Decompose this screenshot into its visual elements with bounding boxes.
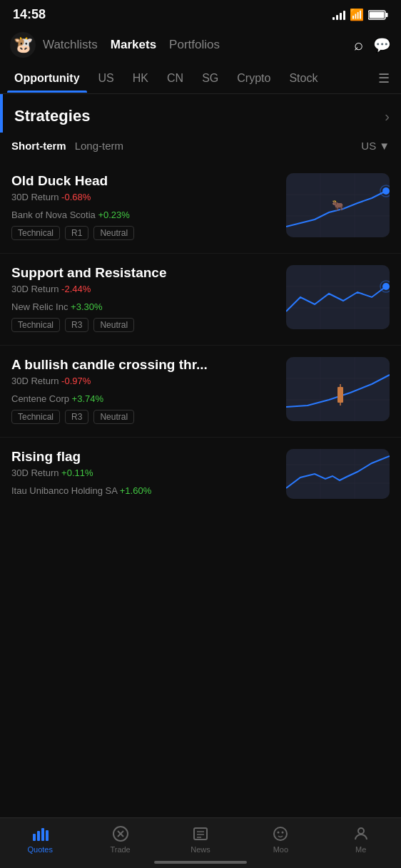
svg-text:🐂: 🐂 [332,200,345,212]
tag-neutral-3: Neutral [93,410,134,424]
card-stock-2: New Relic Inc +3.30% [11,301,276,312]
card-return-value-4: +0.11% [61,467,93,478]
svg-point-18 [382,283,390,290]
signal-icon [333,10,345,20]
svg-rect-1 [386,13,388,17]
card-return-1: 30D Return -0.68% [11,192,276,202]
tab-sg[interactable]: SG [195,65,225,92]
card-chart-4 [286,449,390,499]
nav-markets[interactable]: Markets [111,38,156,52]
svg-point-47 [358,828,364,834]
svg-rect-35 [41,828,44,841]
svg-rect-28 [286,449,390,499]
svg-text:🐮: 🐮 [14,35,34,54]
card-stock-change-1: +0.23% [98,210,129,220]
strategy-card-2[interactable]: Support and Resistance 30D Return -2.44%… [0,254,401,346]
card-stock-4: Itau Unibanco Holding SA +1.60% [11,485,276,496]
app-logo: 🐮 [10,32,36,58]
strategy-card-3[interactable]: A bullish candle crossing thr... 30D Ret… [0,346,401,438]
tab-cn[interactable]: CN [160,65,191,92]
card-stock-3: Centene Corp +3.74% [11,393,276,404]
nav-actions: ⌕ 💬 [354,36,391,54]
card-stock-change-4: +1.60% [120,485,151,496]
more-tabs-icon[interactable]: ☰ [374,63,394,93]
filter-region[interactable]: US ▼ [361,140,390,152]
status-bar: 14:58 📶 [0,0,401,26]
status-time: 14:58 [13,7,46,22]
search-icon[interactable]: ⌕ [354,36,363,54]
card-stock-change-2: +3.30% [71,301,102,312]
svg-rect-36 [46,830,49,841]
svg-point-46 [282,832,284,834]
card-return-value-1: -0.68% [61,192,91,202]
tag-technical-3: Technical [11,410,60,424]
card-return-2: 30D Return -2.44% [11,284,276,294]
status-icons: 📶 [333,8,388,21]
card-return-3: 30D Return -0.97% [11,376,276,386]
strategies-title: Strategies [14,107,90,125]
filter-short-term[interactable]: Short-term [11,137,75,155]
nav-links: Watchlists Markets Portfolios [43,38,354,52]
home-indicator [154,861,247,864]
strategy-filters: Short-term Long-term US ▼ [0,133,401,162]
nav-watchlists[interactable]: Watchlists [43,38,98,52]
svg-point-10 [382,187,390,195]
card-stock-name-2: New Relic Inc [11,301,68,312]
filter-long-term[interactable]: Long-term [75,137,132,155]
bottom-me[interactable]: Me [340,825,382,854]
quotes-icon [31,825,49,842]
card-return-label-1: 30D Return [11,192,59,202]
svg-rect-2 [370,11,385,18]
card-stock-name-4: Itau Unibanco Holding SA [11,485,117,496]
tag-r3-3: R3 [65,410,88,424]
card-stock-name-3: Centene Corp [11,393,69,404]
main-content: Strategies › Short-term Long-term US ▼ O… [0,94,401,559]
card-tags-1: Technical R1 Neutral [11,226,276,240]
tab-us[interactable]: US [91,65,121,92]
strategies-header: Strategies › [0,94,401,133]
tab-opportunity[interactable]: Opportunity [7,65,87,92]
card-return-label-2: 30D Return [11,284,59,294]
strategy-card-1[interactable]: Old Duck Head 30D Return -0.68% Bank of … [0,162,401,254]
moo-icon [272,825,289,842]
nav-portfolios[interactable]: Portfolios [169,38,220,52]
card-return-label-3: 30D Return [11,376,59,386]
card-chart-2 [286,265,390,329]
strategies-arrow-icon[interactable]: › [385,108,390,125]
card-chart-3 [286,357,390,421]
card-title-1: Old Duck Head [11,173,276,189]
bottom-trade[interactable]: Trade [99,825,142,854]
tag-technical-1: Technical [11,226,60,240]
card-content-3: A bullish candle crossing thr... 30D Ret… [11,357,276,424]
bottom-me-label: Me [355,845,366,854]
bottom-moo-label: Moo [273,845,288,854]
card-content-2: Support and Resistance 30D Return -2.44%… [11,265,276,332]
wifi-icon: 📶 [350,8,364,21]
card-stock-change-3: +3.74% [72,393,103,404]
trade-icon [112,825,129,842]
tag-neutral-1: Neutral [93,226,134,240]
tab-hk[interactable]: HK [126,65,156,92]
svg-rect-34 [37,831,40,841]
svg-point-45 [278,832,280,834]
card-chart-1: 🐂 [286,173,390,237]
tab-crypto[interactable]: Crypto [230,65,278,92]
tab-stock[interactable]: Stock [282,65,325,92]
tag-technical-2: Technical [11,318,60,332]
bottom-quotes[interactable]: Quotes [19,825,61,854]
card-tags-2: Technical R3 Neutral [11,318,276,332]
card-stock-1: Bank of Nova Scotia +0.23% [11,210,276,220]
bottom-news[interactable]: News [179,825,222,854]
tag-r3-2: R3 [65,318,88,332]
tag-neutral-2: Neutral [93,318,134,332]
card-return-value-3: -0.97% [61,376,91,386]
bottom-news-label: News [191,845,210,854]
tab-bar: Opportunity US HK CN SG Crypto Stock ☰ [0,63,401,94]
chat-icon[interactable]: 💬 [373,36,391,53]
svg-rect-33 [33,834,36,841]
card-tags-3: Technical R3 Neutral [11,410,276,424]
bottom-moo[interactable]: Moo [259,825,302,854]
nav-bar: 🐮 Watchlists Markets Portfolios ⌕ 💬 [0,26,401,63]
strategy-card-4[interactable]: Rising flag 30D Return +0.11% Itau Uniba… [0,438,401,502]
card-title-3: A bullish candle crossing thr... [11,357,276,373]
